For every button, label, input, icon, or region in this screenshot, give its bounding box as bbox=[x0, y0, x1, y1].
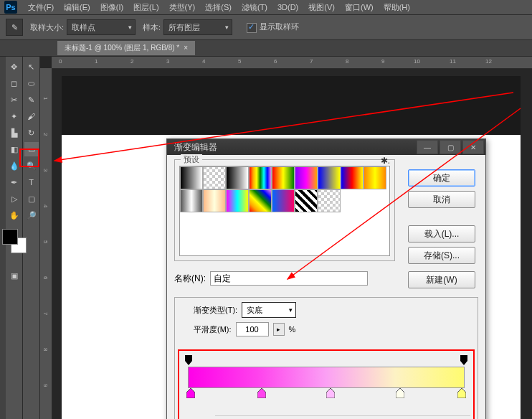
sample-layer-select[interactable]: 所有图层 bbox=[163, 19, 232, 35]
marquee-tool[interactable]: ◻ bbox=[7, 76, 22, 90]
artboard-tool[interactable]: ↖ bbox=[24, 60, 39, 74]
show-ring-checkbox[interactable] bbox=[247, 23, 257, 33]
preset-swatch[interactable] bbox=[341, 166, 364, 189]
menu-window[interactable]: 窗口(W) bbox=[340, 1, 379, 14]
sample-size-select[interactable]: 取样点 bbox=[67, 19, 136, 35]
preset-swatch[interactable] bbox=[295, 189, 318, 212]
color-stop[interactable] bbox=[396, 388, 404, 398]
preset-swatch[interactable] bbox=[318, 166, 341, 189]
foreground-swatch[interactable] bbox=[2, 229, 18, 245]
type-tool[interactable]: T bbox=[24, 175, 39, 189]
cancel-button[interactable]: 取消 bbox=[408, 191, 475, 208]
sample-label: 样本: bbox=[143, 22, 161, 33]
move-tool[interactable]: ✥ bbox=[7, 60, 22, 74]
document-tab[interactable]: 未标题-1 @ 100% (图层 1, RGB/8) *× bbox=[57, 41, 195, 55]
menu-view[interactable]: 视图(V) bbox=[303, 1, 340, 14]
menu-file[interactable]: 文件(F) bbox=[23, 1, 59, 14]
preset-swatch[interactable] bbox=[295, 166, 318, 189]
close-button[interactable]: ✕ bbox=[462, 140, 484, 154]
ok-button[interactable]: 确定 bbox=[408, 169, 475, 187]
lasso-tool[interactable]: ⬭ bbox=[24, 76, 39, 90]
name-label: 名称(N): bbox=[174, 273, 206, 285]
zoom-tool[interactable]: 🔎 bbox=[24, 208, 39, 222]
brush-tool[interactable]: 🖌 bbox=[24, 109, 39, 123]
sample-size-label: 取样大小: bbox=[30, 22, 64, 33]
annotation-tool-highlight bbox=[19, 149, 39, 167]
color-stop[interactable] bbox=[186, 388, 195, 398]
gradient-editor-dialog: 渐变编辑器 — ▢ ✕ 预设 ✱. bbox=[166, 138, 486, 419]
show-ring-label: 显示取样环 bbox=[260, 22, 299, 31]
presets-label: 预设 bbox=[181, 154, 202, 165]
maximize-button[interactable]: ▢ bbox=[440, 140, 461, 154]
opacity-stop[interactable] bbox=[460, 355, 467, 365]
tool-preset-picker[interactable]: ✎ bbox=[6, 19, 23, 36]
preset-swatch[interactable] bbox=[249, 189, 272, 212]
opacity-stop[interactable] bbox=[185, 355, 192, 365]
preset-swatch[interactable] bbox=[203, 166, 226, 189]
smoothness-label: 平滑度(M): bbox=[194, 324, 232, 335]
color-stop[interactable] bbox=[326, 388, 335, 398]
color-stop[interactable] bbox=[257, 388, 266, 398]
eyedropper-tool[interactable]: ✎ bbox=[24, 93, 39, 107]
preset-swatch[interactable] bbox=[226, 166, 249, 189]
ps-logo: Ps bbox=[4, 1, 17, 14]
preset-swatch[interactable] bbox=[364, 166, 386, 189]
preset-swatch[interactable] bbox=[272, 189, 295, 212]
menu-select[interactable]: 选择(S) bbox=[200, 1, 237, 14]
path-select-tool[interactable]: ▷ bbox=[7, 192, 22, 206]
pen-tool[interactable]: ✒ bbox=[7, 175, 22, 189]
minimize-button[interactable]: — bbox=[417, 140, 438, 154]
menu-layer[interactable]: 图层(L) bbox=[128, 1, 163, 14]
gradient-type-select[interactable]: 实底 bbox=[242, 302, 296, 318]
new-button[interactable]: 新建(W) bbox=[408, 271, 475, 288]
crop-tool[interactable]: ✂ bbox=[7, 93, 22, 107]
stamp-tool[interactable]: ▙ bbox=[7, 126, 22, 140]
ruler-horizontal: 0123456789101112 bbox=[52, 57, 532, 69]
menu-3d[interactable]: 3D(D) bbox=[272, 1, 303, 13]
color-swatches[interactable] bbox=[2, 229, 27, 253]
menu-type[interactable]: 类型(Y) bbox=[164, 1, 201, 14]
preset-menu-icon[interactable]: ✱. bbox=[381, 156, 390, 166]
preset-swatch[interactable] bbox=[318, 189, 341, 212]
menu-edit[interactable]: 编辑(E) bbox=[59, 1, 95, 14]
gradient-name-input[interactable] bbox=[210, 271, 368, 286]
patch-tool[interactable]: ✦ bbox=[7, 109, 22, 123]
preset-swatch[interactable] bbox=[180, 166, 203, 189]
preset-swatch[interactable] bbox=[203, 189, 226, 212]
quickmask-tool[interactable]: ▣ bbox=[7, 268, 22, 283]
document-tab-label: 未标题-1 @ 100% (图层 1, RGB/8) * bbox=[65, 44, 179, 52]
shape-tool[interactable]: ▢ bbox=[24, 192, 39, 206]
smoothness-stepper[interactable]: ▸ bbox=[273, 323, 285, 336]
preset-swatch[interactable] bbox=[180, 189, 203, 212]
smoothness-input[interactable] bbox=[236, 322, 269, 336]
menu-help[interactable]: 帮助(H) bbox=[379, 1, 415, 14]
dialog-title: 渐变编辑器 bbox=[174, 141, 217, 154]
gradient-type-label: 渐变类型(T): bbox=[194, 305, 237, 316]
preset-swatch[interactable] bbox=[226, 189, 249, 212]
gradient-bar[interactable] bbox=[188, 367, 465, 388]
preset-swatch[interactable] bbox=[249, 166, 272, 189]
hand-tool[interactable]: ✋ bbox=[7, 208, 22, 222]
preset-list[interactable] bbox=[179, 166, 390, 256]
smoothness-suffix: % bbox=[289, 325, 296, 334]
history-brush-tool[interactable]: ↻ bbox=[24, 126, 39, 140]
save-button[interactable]: 存储(S)... bbox=[408, 247, 475, 264]
close-tab-icon[interactable]: × bbox=[184, 44, 188, 52]
color-stop[interactable] bbox=[457, 388, 466, 398]
menu-image[interactable]: 图像(I) bbox=[95, 1, 128, 14]
eyedropper-icon: ✎ bbox=[11, 23, 18, 32]
ruler-vertical: 123456789 bbox=[40, 68, 52, 419]
menu-filter[interactable]: 滤镜(T) bbox=[237, 1, 272, 14]
preset-swatch[interactable] bbox=[272, 166, 295, 189]
canvas-dark-band bbox=[62, 76, 521, 135]
load-button[interactable]: 载入(L)... bbox=[408, 225, 475, 243]
